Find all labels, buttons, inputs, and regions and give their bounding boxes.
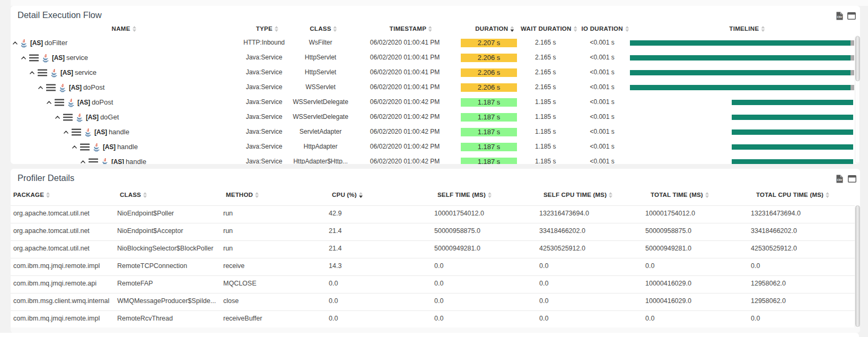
svg-text:CSV: CSV — [837, 179, 843, 182]
svg-text:CSV: CSV — [837, 15, 843, 18]
